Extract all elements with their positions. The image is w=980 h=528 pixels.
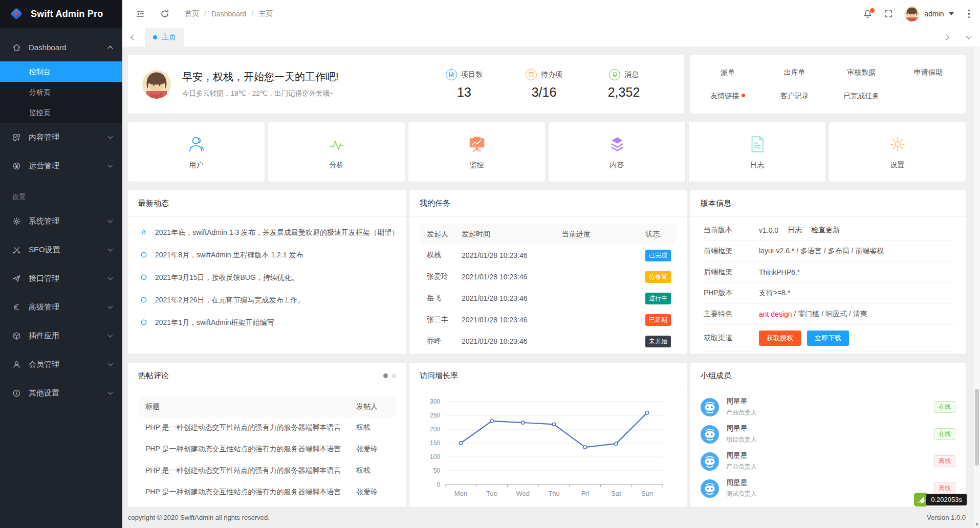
tabs-scroll-right-button[interactable] bbox=[935, 28, 957, 47]
shortcut-card[interactable]: 分析 bbox=[268, 122, 405, 182]
sidebar-item[interactable]: 系统管理 bbox=[0, 207, 122, 235]
tools-icon bbox=[12, 245, 21, 254]
quick-link[interactable]: 审核数据 bbox=[828, 68, 895, 77]
task-row: 岳飞 2021/01/28 10:23:46 进行中 bbox=[420, 288, 677, 309]
tab-home[interactable]: 主页 bbox=[145, 28, 184, 47]
quick-link[interactable]: 出库单 bbox=[761, 68, 829, 77]
status-badge: 已完成 bbox=[645, 250, 671, 261]
version-link[interactable]: 检查更新 bbox=[811, 226, 840, 235]
bell-o-icon bbox=[609, 69, 620, 80]
sidebar-item[interactable]: SEO设置 bbox=[0, 235, 122, 264]
sidebar-subitem[interactable]: 分析页 bbox=[0, 82, 122, 102]
sidebar-item[interactable]: 内容管理 bbox=[0, 123, 122, 151]
tabs-list-button[interactable] bbox=[957, 28, 980, 47]
footer: copyright © 2020 SwiftAdmin all rights r… bbox=[122, 507, 980, 528]
member-role: 测试负责人 bbox=[726, 490, 757, 498]
timeline-connector bbox=[144, 283, 144, 294]
pulse-icon bbox=[327, 135, 346, 154]
quick-link[interactable]: 已完成任务 bbox=[828, 92, 895, 101]
stat-label: 待办项 bbox=[541, 70, 562, 79]
version-action-button[interactable]: 立即下载 bbox=[807, 331, 849, 346]
version-action-button[interactable]: 获取授权 bbox=[759, 331, 801, 346]
more-options-icon[interactable] bbox=[965, 9, 973, 19]
shortcut-card[interactable]: 用户 bbox=[128, 122, 265, 182]
file-icon bbox=[446, 69, 457, 80]
exec-time-value: 0.202053s bbox=[926, 494, 967, 505]
timeline-text: 2021年3月15日，接收反馈BUG，持续优化。 bbox=[155, 273, 299, 296]
breadcrumb-item[interactable]: Dashboard bbox=[199, 10, 246, 18]
fullscreen-icon[interactable] bbox=[884, 9, 893, 18]
collapse-sidebar-icon[interactable] bbox=[136, 9, 145, 18]
sidebar-item[interactable]: 其他设置 bbox=[0, 379, 122, 407]
chevron-down-icon bbox=[108, 246, 113, 251]
user-menu[interactable]: admin bbox=[904, 6, 953, 21]
tabs-scroll-left-button[interactable] bbox=[122, 28, 145, 47]
chart-card-title: 访问增长率 bbox=[409, 363, 687, 389]
shortcut-card[interactable]: 监控 bbox=[408, 122, 545, 182]
sidebar-item[interactable]: 接口管理 bbox=[0, 264, 122, 293]
svg-text:Fri: Fri bbox=[581, 490, 589, 497]
quick-link[interactable]: 派单 bbox=[694, 68, 761, 77]
version-label: 主要特色 bbox=[704, 310, 759, 319]
svg-text:Sun: Sun bbox=[641, 490, 653, 497]
notification-dot bbox=[870, 8, 875, 13]
sidebar-item[interactable]: Dashboard bbox=[0, 33, 122, 61]
quick-links-card: 派单出库单审核数据申请假期友情链接客户记录已完成任务 bbox=[690, 55, 966, 114]
page-scrollbar[interactable]: ▼ bbox=[974, 47, 980, 528]
comment-author: 张爱玲 bbox=[356, 488, 396, 497]
calendar-icon bbox=[526, 69, 537, 80]
carousel-dot[interactable] bbox=[391, 373, 396, 378]
version-value: 支持>=8.* bbox=[759, 289, 790, 298]
version-label: 前端框架 bbox=[704, 247, 759, 256]
svg-text:250: 250 bbox=[430, 412, 440, 419]
refresh-icon[interactable] bbox=[160, 9, 169, 18]
quick-link[interactable]: 申请假期 bbox=[895, 68, 962, 77]
news-timeline: 2021年底，swiftAdmin 1.3 发布，并发展成最受欢迎的极速开发框架… bbox=[128, 217, 406, 341]
shortcut-card[interactable]: 设置 bbox=[829, 122, 966, 182]
task-time: 2021/01/28 10:23:46 bbox=[462, 273, 562, 281]
sidebar-item[interactable]: 高级管理 bbox=[0, 293, 122, 321]
tasks-card-title: 我的任务 bbox=[409, 190, 687, 217]
sidebar-item[interactable]: 会员管理 bbox=[0, 350, 122, 379]
alert-dot bbox=[742, 94, 745, 97]
version-link[interactable]: 日志 bbox=[788, 226, 802, 235]
quick-link[interactable]: 友情链接 bbox=[694, 92, 761, 101]
user-icon bbox=[12, 360, 21, 369]
svg-text:Wed: Wed bbox=[516, 490, 530, 497]
gear-big-icon bbox=[888, 135, 907, 154]
timeline-text: 2021年底，swiftAdmin 1.3 发布，并发展成最受欢迎的极速开发框架… bbox=[155, 228, 399, 251]
member-role: 产品负责人 bbox=[726, 463, 757, 471]
tasks-card: 我的任务 发起人发起时间 当前进度状态 权栈 2021/01/28 10:23:… bbox=[409, 190, 687, 354]
avatar-image bbox=[904, 6, 920, 21]
task-owner: 张三丰 bbox=[420, 315, 462, 324]
member-row: 周星星 产品负责人 在线 bbox=[701, 393, 955, 421]
status-badge: 已延期 bbox=[645, 314, 671, 326]
sidebar-subitem[interactable]: 控制台 bbox=[0, 61, 122, 82]
scrollbar-thumb[interactable] bbox=[975, 389, 979, 466]
shortcut-label: 监控 bbox=[470, 161, 484, 170]
comments-card: 热帖评论 标题发帖人 PHP 是一种创建动态交互性站点的强有力的服务器端脚本语言… bbox=[128, 363, 406, 507]
sidebar-subitem[interactable]: 监控页 bbox=[0, 102, 122, 123]
flame-icon bbox=[140, 228, 148, 236]
quick-link[interactable]: 客户记录 bbox=[761, 92, 829, 101]
shortcut-card[interactable]: 日志 bbox=[689, 122, 825, 182]
member-role: 项目负责人 bbox=[726, 435, 757, 444]
version-card-title: 版本信息 bbox=[690, 190, 966, 217]
sidebar-item[interactable]: 运营管理 bbox=[0, 151, 122, 180]
carousel-dot[interactable] bbox=[383, 373, 388, 378]
chevron-down-icon bbox=[108, 389, 113, 394]
stat-value: 2,352 bbox=[598, 85, 649, 100]
comment-title: PHP 是一种创建动态交互性站点的强有力的服务器端脚本语言 bbox=[138, 488, 356, 497]
member-avatar bbox=[701, 452, 719, 471]
member-name: 周星星 bbox=[726, 451, 757, 460]
scrollbar-down-arrow[interactable]: ▼ bbox=[974, 522, 980, 527]
members-card: 小组成员 周星星 产品负责人 在线 周星星 项目负责人 在线 周星星 产品负责人… bbox=[690, 363, 966, 507]
svg-text:100: 100 bbox=[430, 453, 440, 460]
timeline-item: 2021年底，swiftAdmin 1.3 发布，并发展成最受欢迎的极速开发框架… bbox=[139, 228, 394, 251]
sidebar-item[interactable]: 插件应用 bbox=[0, 321, 122, 350]
notification-bell-icon[interactable] bbox=[863, 9, 873, 19]
breadcrumb-item[interactable]: 主页 bbox=[246, 9, 273, 18]
breadcrumb-item[interactable]: 首页 bbox=[185, 9, 199, 18]
comment-row: PHP 是一种创建动态交互性站点的强有力的服务器端脚本语言 权栈 bbox=[138, 460, 396, 481]
shortcut-card[interactable]: 内容 bbox=[549, 122, 685, 182]
